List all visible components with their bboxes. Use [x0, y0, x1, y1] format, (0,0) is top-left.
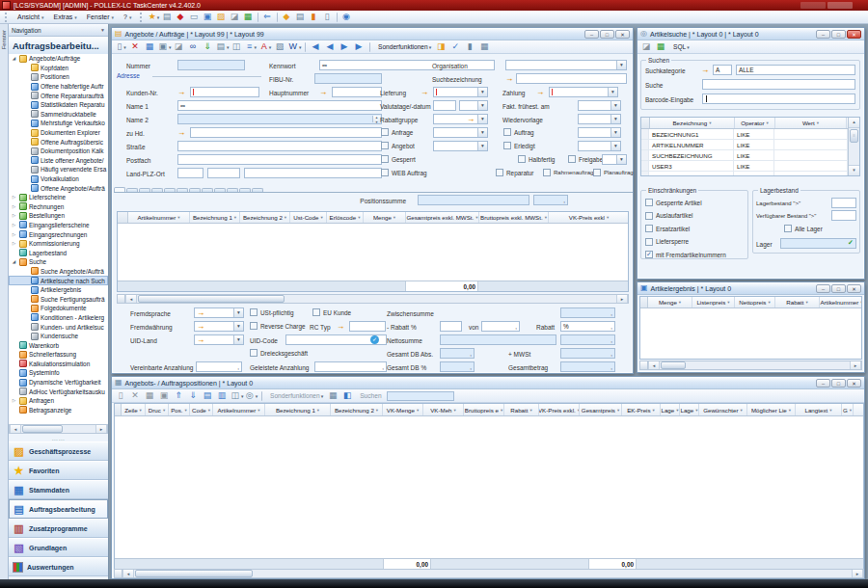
column-header[interactable]: Lage	[661, 404, 680, 415]
orders-grid-body[interactable]	[118, 224, 628, 281]
valutatage-input[interactable]	[433, 100, 456, 111]
jump-arrow-icon[interactable]	[337, 322, 346, 332]
kundennr-input[interactable]	[190, 87, 259, 97]
tree-item[interactable]: Offene halbfertige Auftr	[9, 82, 108, 92]
column-header[interactable]: VK-Preis exkl	[549, 212, 628, 223]
einschraenkung-checkbox[interactable]: Liefersperre	[645, 238, 746, 246]
orders-grid-hscrollbar[interactable]: ◂ ▸	[117, 294, 629, 304]
zahlung-select[interactable]	[549, 87, 618, 97]
toolbar-icon[interactable]: Sonderfunktionen▾	[266, 389, 326, 402]
tree-expander-icon[interactable]: ◢	[11, 56, 17, 61]
nettosumme-input[interactable]	[440, 334, 556, 345]
toolbar-icon[interactable]: ∞	[187, 40, 201, 53]
toolbar-icon[interactable]: ✕	[129, 389, 143, 402]
toolbar-icon[interactable]: ◪	[640, 40, 654, 53]
toolbar-icon[interactable]: ▤	[202, 389, 215, 402]
veranz-input[interactable]: ,	[196, 361, 242, 372]
minimize-button[interactable]: –	[584, 30, 599, 39]
tree-item[interactable]: ▷ Eingangslieferscheine	[9, 221, 108, 230]
module-button[interactable]: ▧ Grundlagen	[9, 538, 108, 557]
suchkategorie-wert-input[interactable]: ALLE	[736, 65, 855, 75]
scroll-right-icon[interactable]: ▸	[95, 425, 107, 433]
toolbar-icon[interactable]: ≡▾	[245, 40, 258, 53]
toolbar-icon[interactable]: ▯▾	[115, 40, 128, 53]
kennwort-input[interactable]	[319, 60, 495, 70]
zuhd-input[interactable]	[190, 127, 382, 138]
toolbar-icon[interactable]: ◆	[281, 11, 294, 23]
column-header[interactable]: Artikelnummer	[128, 212, 190, 223]
criteria-row[interactable]: SUCHBEZEICHNUNG LIKE	[641, 150, 848, 161]
fremdwaehrung-select[interactable]	[194, 321, 244, 332]
criteria-row[interactable]: GRAFIK2 LIKE	[641, 172, 848, 176]
hauptnummer-input[interactable]	[332, 87, 382, 97]
criteria-wert[interactable]	[774, 172, 848, 176]
nummer-input[interactable]	[177, 60, 245, 70]
tab[interactable]	[202, 188, 213, 192]
planauftrag-checkbox[interactable]: Planauftrag	[593, 169, 634, 176]
toolbar-icon[interactable]: ▤	[161, 11, 175, 23]
scroll-left-icon[interactable]: ◂	[125, 295, 137, 303]
column-header[interactable]: VK-Meh	[423, 404, 464, 415]
zwischensumme-input[interactable]: ,	[560, 307, 615, 318]
toolbar-icon[interactable]: ▦	[242, 11, 256, 23]
rabattvon-input[interactable]: ,	[481, 321, 520, 332]
column-header[interactable]: Menge	[648, 297, 692, 307]
tab[interactable]	[126, 188, 138, 192]
plz-input[interactable]	[207, 168, 240, 178]
spinner-icon[interactable]: ▴▾	[372, 116, 380, 122]
lager-input[interactable]	[780, 238, 856, 249]
nettosumme-dec-input[interactable]: ,	[560, 334, 615, 345]
column-header[interactable]: Bezeichnung 2	[331, 404, 383, 415]
anfrage-select[interactable]	[433, 127, 488, 138]
toolbar-icon[interactable]: ▮	[464, 40, 477, 53]
barcode-input[interactable]	[702, 94, 855, 104]
toolbar-icon[interactable]: ▦	[478, 40, 492, 53]
criteria-wert[interactable]	[774, 129, 848, 139]
tree-item[interactable]: Warenkorb	[9, 340, 108, 350]
tree-item[interactable]: ▷ Bestellungen	[9, 211, 108, 221]
minimize-button[interactable]: –	[816, 284, 830, 293]
toolbar-icon[interactable]: ◆	[175, 11, 188, 23]
toolbar-icon[interactable]: ◫	[231, 40, 244, 53]
tree-item[interactable]: Schnellerfassung	[9, 350, 108, 360]
module-button[interactable]: Auswertungen	[9, 557, 108, 576]
land-input[interactable]	[177, 168, 203, 178]
maximize-button[interactable]: □	[600, 30, 614, 39]
auftrag-select[interactable]	[578, 127, 621, 138]
suche-input[interactable]	[702, 79, 855, 90]
tab[interactable]	[176, 188, 188, 192]
tree-item[interactable]: ▷ Rechnungen	[9, 202, 108, 212]
toolbar-icon[interactable]: ✕	[129, 40, 143, 53]
scroll-left-icon[interactable]: ◂	[10, 425, 21, 433]
einschraenkung-checkbox[interactable]: Auslaufartikel	[645, 212, 746, 220]
tree-item[interactable]: Dokumenten Explorer	[9, 128, 108, 138]
rabattproz-input[interactable]	[440, 321, 462, 332]
tree-item[interactable]: Artikelergebnis	[9, 285, 108, 295]
toolbar-icon[interactable]: ◀	[324, 40, 338, 53]
webauftrag-checkbox[interactable]: WEB Auftrag	[381, 169, 427, 176]
anfrage-checkbox[interactable]: Anfrage	[381, 128, 413, 136]
criteria-wert[interactable]	[774, 150, 848, 160]
tree-item[interactable]: Systeminfo	[9, 368, 108, 378]
toolbar-icon[interactable]: ▮	[308, 11, 321, 23]
name2-input[interactable]: ▴▾	[177, 114, 382, 124]
toolbar-icon[interactable]: ◀	[310, 40, 323, 53]
tree-item[interactable]: Offene Auftragsübersic	[9, 137, 108, 147]
toolbar-icon[interactable]	[369, 42, 371, 52]
toolbar-icon[interactable]: A▾	[259, 40, 273, 53]
column-header[interactable]: Bruttopreis e	[464, 404, 504, 415]
toolbar-icon[interactable]: ▯	[321, 11, 335, 23]
menu-item[interactable]: Extras▾	[48, 13, 81, 20]
suchbezeichnung-input[interactable]	[516, 73, 627, 84]
tree-hscrollbar[interactable]: ◂ ▸	[9, 424, 108, 434]
jump-arrow-icon[interactable]	[505, 74, 515, 84]
tab[interactable]	[214, 188, 226, 192]
toolbar-icon[interactable]: ▦	[144, 389, 157, 402]
ergebnis-grid-body[interactable]	[640, 308, 861, 360]
toolbar-icon[interactable]: ▣▾	[158, 40, 172, 53]
column-header[interactable]: Pos.	[169, 404, 190, 415]
lagerbestand-input[interactable]	[831, 198, 856, 208]
tree-item[interactable]: Häufig verwendete Ersa	[9, 165, 108, 174]
toolbar-icon[interactable]	[258, 13, 259, 22]
tree-expander-icon[interactable]: ◢	[11, 259, 17, 264]
